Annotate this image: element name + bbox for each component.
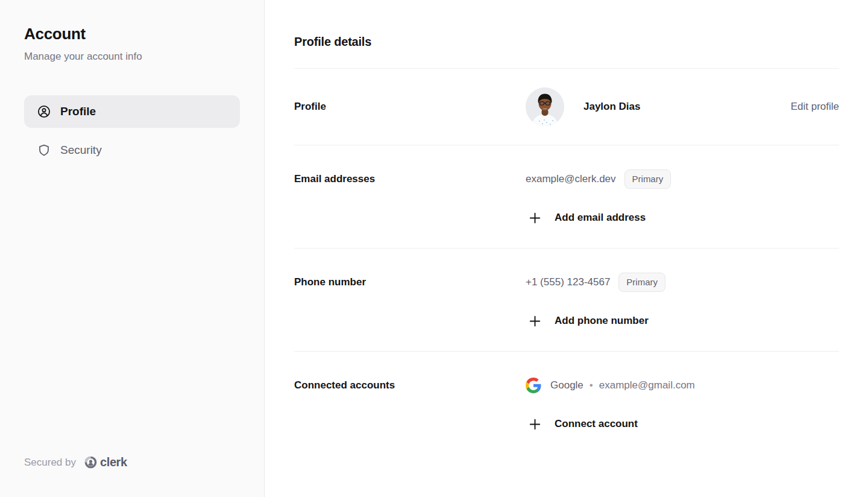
section-title: Profile details — [294, 34, 839, 49]
connected-row-label: Connected accounts — [294, 375, 526, 435]
secured-by-clerk[interactable]: Secured by clerk — [24, 455, 240, 469]
page-title: Account — [24, 24, 240, 43]
profile-row-label: Profile — [294, 87, 526, 126]
profile-row-value: Jaylon Dias Edit profile — [526, 87, 839, 126]
primary-badge: Primary — [618, 273, 665, 292]
phone-row-label: Phone number — [294, 271, 526, 332]
connect-account-button[interactable]: Connect account — [526, 413, 638, 435]
primary-badge: Primary — [624, 169, 671, 189]
sidebar-item-label: Security — [60, 144, 102, 157]
add-email-label: Add email address — [555, 212, 646, 224]
profile-row: Profile — [294, 69, 839, 145]
clerk-logo-icon — [84, 456, 97, 469]
shield-icon — [37, 144, 51, 157]
secured-by-text: Secured by — [24, 457, 76, 469]
edit-profile-button[interactable]: Edit profile — [791, 101, 839, 113]
connect-account-label: Connect account — [555, 418, 638, 430]
email-address: example@clerk.dev — [526, 173, 616, 185]
add-phone-label: Add phone number — [555, 315, 649, 327]
connected-row-value: Google • example@gmail.com Connect accou… — [526, 375, 839, 435]
plus-icon — [529, 419, 541, 430]
add-phone-button[interactable]: Add phone number — [526, 310, 649, 332]
clerk-wordmark: clerk — [100, 455, 127, 469]
sidebar-item-security[interactable]: Security — [24, 134, 240, 166]
account-window: Account Manage your account info Profile — [0, 0, 868, 497]
bullet-separator: • — [590, 379, 593, 391]
user-full-name: Jaylon Dias — [583, 101, 641, 113]
profile-details-panel: Profile details Profile — [265, 0, 868, 497]
google-g-icon — [526, 378, 541, 393]
email-row-value: example@clerk.dev Primary Add email addr… — [526, 168, 839, 229]
sidebar-item-label: Profile — [60, 105, 96, 118]
phone-row-value: +1 (555) 123-4567 Primary Add phone numb… — [526, 271, 839, 332]
user-circle-icon — [37, 105, 51, 118]
phone-number: +1 (555) 123-4567 — [526, 276, 610, 288]
add-email-button[interactable]: Add email address — [526, 207, 646, 229]
connected-account-entry: Google • example@gmail.com — [526, 375, 839, 396]
provider-name: Google — [550, 379, 583, 391]
sidebar-nav: Profile Security — [24, 95, 240, 166]
phone-number-row: Phone number +1 (555) 123-4567 Primary A… — [294, 248, 839, 351]
email-entry: example@clerk.dev Primary — [526, 168, 839, 190]
connected-account-email: example@gmail.com — [599, 379, 695, 391]
sidebar-item-profile[interactable]: Profile — [24, 95, 240, 128]
plus-icon — [529, 212, 541, 224]
connected-accounts-row: Connected accounts Google • example@gmai… — [294, 352, 839, 454]
phone-entry: +1 (555) 123-4567 Primary — [526, 271, 839, 293]
sidebar: Account Manage your account info Profile — [0, 0, 265, 497]
plus-icon — [529, 315, 541, 327]
avatar — [526, 87, 564, 126]
page-subtitle: Manage your account info — [24, 49, 240, 64]
email-row-label: Email addresses — [294, 168, 526, 229]
email-addresses-row: Email addresses example@clerk.dev Primar… — [294, 145, 839, 248]
